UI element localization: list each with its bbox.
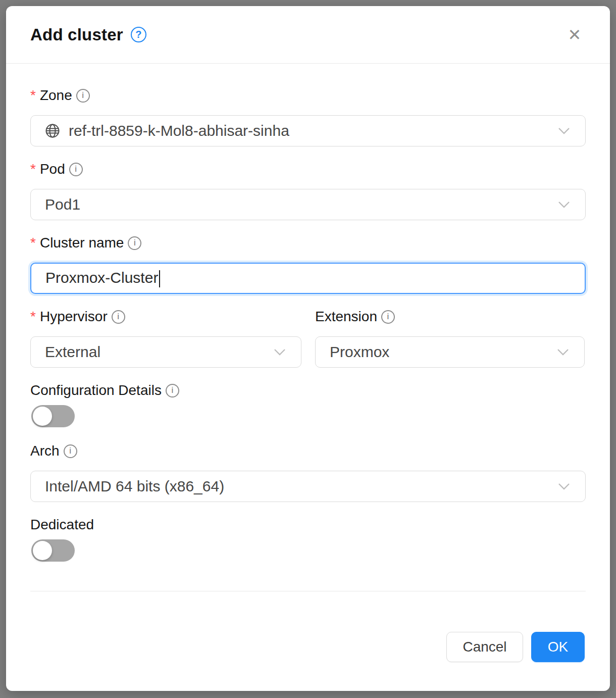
pod-select[interactable]: Pod1 [30, 189, 586, 220]
config-details-toggle[interactable] [31, 405, 75, 427]
chevron-down-icon [274, 348, 286, 356]
help-icon[interactable]: ? [131, 27, 146, 42]
text-caret [159, 270, 160, 287]
info-icon[interactable]: i [381, 310, 395, 324]
zone-value: ref-trl-8859-k-Mol8-abhisar-sinha [69, 122, 550, 139]
dialog-title: Add cluster [30, 25, 123, 44]
globe-icon [45, 123, 60, 138]
toggle-knob [33, 541, 52, 560]
info-icon[interactable]: i [69, 163, 83, 176]
info-icon[interactable]: i [166, 384, 179, 397]
cancel-button[interactable]: Cancel [446, 632, 523, 662]
hypervisor-extension-row: * Hypervisor i External Extension i [30, 308, 586, 382]
hypervisor-select[interactable]: External [30, 336, 301, 368]
add-cluster-dialog: Add cluster ? ✕ * Zone i ref-trl-8859-k-… [6, 6, 610, 691]
pod-value: Pod1 [45, 196, 550, 213]
arch-value: Intel/AMD 64 bits (x86_64) [45, 478, 550, 495]
extension-select[interactable]: Proxmox [315, 336, 585, 368]
close-icon[interactable]: ✕ [564, 25, 585, 45]
chevron-down-icon [558, 201, 570, 208]
zone-select[interactable]: ref-trl-8859-k-Mol8-abhisar-sinha [30, 115, 586, 146]
dedicated-label: Dedicated [30, 516, 586, 533]
info-icon[interactable]: i [76, 89, 90, 103]
chevron-down-icon [558, 127, 570, 134]
extension-label: Extension i [315, 308, 585, 325]
required-marker: * [30, 234, 36, 252]
cluster-name-label-text: Cluster name [40, 234, 124, 252]
toggle-knob [33, 407, 52, 426]
cluster-name-value: Proxmox-Cluster [45, 269, 570, 287]
hypervisor-value: External [45, 343, 266, 361]
dialog-header: Add cluster ? ✕ [6, 6, 610, 64]
arch-label-text: Arch [30, 442, 60, 460]
hypervisor-label: * Hypervisor i [30, 308, 301, 325]
dedicated-toggle[interactable] [31, 539, 75, 562]
cluster-name-input[interactable]: Proxmox-Cluster [30, 263, 586, 294]
extension-value: Proxmox [330, 343, 549, 361]
info-icon[interactable]: i [112, 310, 125, 324]
dialog-body: * Zone i ref-trl-8859-k-Mol8-abhisar-sin… [6, 64, 610, 591]
info-icon[interactable]: i [128, 236, 141, 250]
ok-button[interactable]: OK [531, 632, 585, 662]
required-marker: * [30, 87, 36, 104]
arch-select[interactable]: Intel/AMD 64 bits (x86_64) [30, 471, 586, 502]
cluster-name-label: * Cluster name i [30, 234, 586, 252]
extension-label-text: Extension [315, 308, 377, 325]
chevron-down-icon [558, 483, 570, 490]
zone-label: * Zone i [30, 87, 586, 104]
config-details-label: Configuration Details i [30, 382, 586, 399]
required-marker: * [30, 161, 36, 178]
dialog-footer: Cancel OK [6, 591, 610, 662]
arch-label: Arch i [30, 442, 586, 460]
info-icon[interactable]: i [64, 444, 77, 458]
pod-label: * Pod i [30, 161, 586, 178]
dedicated-label-text: Dedicated [30, 516, 94, 533]
hypervisor-label-text: Hypervisor [40, 308, 108, 325]
chevron-down-icon [557, 348, 569, 356]
pod-label-text: Pod [40, 161, 65, 178]
config-details-label-text: Configuration Details [30, 382, 162, 399]
zone-label-text: Zone [40, 87, 72, 104]
required-marker: * [30, 308, 36, 325]
